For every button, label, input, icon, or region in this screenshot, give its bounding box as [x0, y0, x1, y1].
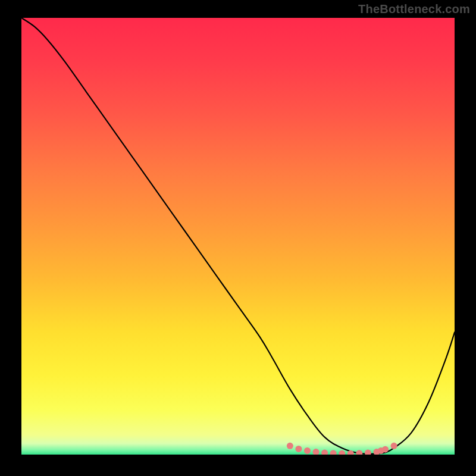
plot-svg — [21, 18, 455, 455]
highlight-dot — [295, 446, 302, 452]
highlight-dot — [287, 443, 293, 449]
highlight-dot — [304, 447, 311, 454]
highlight-dot — [391, 443, 397, 449]
highlight-dot — [382, 446, 389, 453]
chart-frame: TheBottleneck.com — [0, 0, 476, 476]
plot-area — [21, 18, 455, 455]
gradient-background — [21, 18, 455, 455]
watermark-text: TheBottleneck.com — [358, 2, 470, 16]
